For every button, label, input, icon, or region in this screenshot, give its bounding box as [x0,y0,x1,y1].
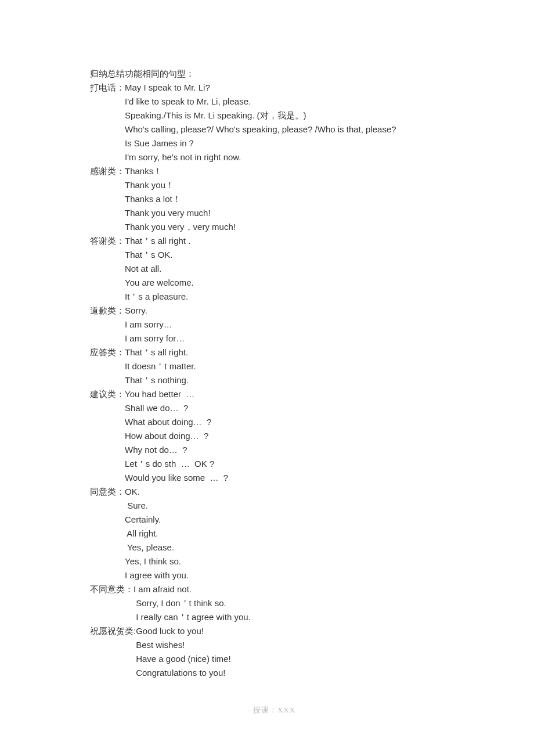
category-label: 建议类： [90,387,125,401]
phrase-line: It doesn＇t matter. [125,359,196,373]
category-block: 应答类：That＇s all right.It doesn＇t matter.T… [90,345,459,387]
phrase-line: I'm sorry, he's not in right now. [125,150,396,164]
phrase-line: That＇s nothing. [125,373,196,387]
phrase-line: Shall we do… ? [125,401,228,415]
phrase-line: Yes, I think so. [125,555,189,568]
phrase-line: Certainly. [125,513,189,527]
category-items: Thanks！Thank you！Thanks a lot！Thank you … [125,164,236,234]
phrase-line: Thank you very，very much! [125,220,236,234]
phrase-line: Who's calling, please?/ Who's speaking, … [125,123,396,136]
phrase-line: Thank you very much! [125,206,236,220]
phrase-line: Not at all. [125,262,194,276]
document-page: 归纳总结功能相同的句型： 打电话：May I speak to Mr. Li?I… [0,0,534,752]
category-label: 答谢类： [90,234,125,248]
category-label: 感谢类： [90,164,125,178]
phrase-line: Thank you！ [125,178,236,192]
category-block: 答谢类：That＇s all right .That＇s OK.Not at a… [90,234,459,304]
category-block: 道歉类：Sorry.I am sorry…I am sorry for… [90,304,459,345]
phrase-line: I am afraid not. [134,582,251,596]
phrase-line: That＇s all right. [125,345,196,359]
phrase-line: Thanks！ [125,164,236,178]
phrase-line: Sure. [125,499,189,513]
phrase-line: I am sorry… [125,318,185,332]
phrase-line: Would you like some … ? [125,471,228,485]
phrase-line: I agree with you. [125,568,189,582]
phrase-line: Yes, please. [125,541,189,555]
phrase-line: Speaking./This is Mr. Li speaking. (对，我是… [125,109,396,123]
phrase-line: Have a good (nice) time! [136,652,230,666]
phrase-line: All right. [125,527,189,541]
phrase-line: I am sorry for… [125,332,185,345]
phrase-line: OK. [125,485,189,499]
phrase-line: That＇s all right . [125,234,194,248]
category-label: 打电话： [90,81,125,95]
phrase-line: Let＇s do sth … OK ? [125,457,228,471]
phrase-line: That＇s OK. [125,248,194,262]
phrase-line: You had better … [125,387,228,401]
category-label: 道歉类： [90,304,125,318]
category-items: That＇s all right .That＇s OK.Not at all.Y… [125,234,194,304]
phrase-line: Sorry. [125,304,185,318]
phrase-line: Is Sue James in？ [125,136,396,150]
phrase-line: It＇s a pleasure. [125,290,194,304]
document-title: 归纳总结功能相同的句型： [90,67,459,81]
phrase-line: Thanks a lot！ [125,192,236,206]
phrase-line: I really can＇t agree with you. [134,610,251,624]
category-items: That＇s all right.It doesn＇t matter.That＇… [125,345,196,387]
phrase-line: You are welcome. [125,276,194,290]
category-block: 建议类：You had better …Shall we do… ?What a… [90,387,459,485]
phrase-line: I'd like to speak to Mr. Li, please. [125,95,396,109]
phrase-line: What about doing… ? [125,415,228,429]
category-label: 应答类： [90,345,125,359]
category-items: You had better …Shall we do… ?What about… [125,387,228,485]
category-block: 同意类：OK. Sure.Certainly. All right. Yes, … [90,485,459,582]
category-items: Sorry.I am sorry…I am sorry for… [125,304,185,345]
phrase-line: Congratulations to you! [136,666,230,680]
phrase-line: Best wishes! [136,638,230,652]
phrase-line: May I speak to Mr. Li? [125,81,396,95]
phrase-line: How about doing… ? [125,429,228,443]
phrase-line: Why not do… ? [125,443,228,457]
category-items: I am afraid not. Sorry, I don＇t think so… [134,582,251,624]
category-block: 感谢类：Thanks！Thank you！Thanks a lot！Thank … [90,164,459,234]
category-label: 不同意类： [90,582,134,596]
category-block: 打电话：May I speak to Mr. Li?I'd like to sp… [90,81,459,164]
category-items: OK. Sure.Certainly. All right. Yes, plea… [125,485,189,582]
category-label: 同意类： [90,485,125,499]
category-block: 不同意类：I am afraid not. Sorry, I don＇t thi… [90,582,459,624]
footer-text: 授课：XXX [90,703,459,717]
content-body: 打电话：May I speak to Mr. Li?I'd like to sp… [90,81,459,680]
category-label: 祝愿祝贺类: [90,624,136,638]
category-block: 祝愿祝贺类: Good luck to you!Best wishes!Have… [90,624,459,680]
category-items: Good luck to you!Best wishes!Have a good… [136,624,230,680]
phrase-line: Good luck to you! [136,624,230,638]
phrase-line: Sorry, I don＇t think so. [134,596,251,610]
category-items: May I speak to Mr. Li?I'd like to speak … [125,81,396,164]
